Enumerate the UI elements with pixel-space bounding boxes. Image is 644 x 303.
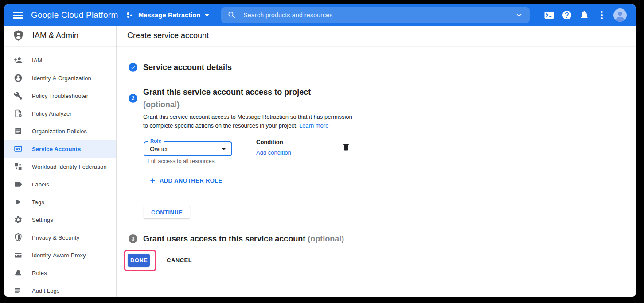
condition-label: Condition bbox=[256, 139, 283, 145]
sidebar-item-label: Privacy & Security bbox=[32, 234, 79, 241]
service-account-card-icon bbox=[14, 144, 23, 153]
tag-arrow-icon bbox=[14, 198, 23, 206]
sidebar-item-service-accounts[interactable]: Service Accounts bbox=[4, 140, 116, 158]
help-icon[interactable] bbox=[562, 10, 572, 20]
sidebar-item-iam[interactable]: IAM bbox=[4, 51, 116, 69]
sidebar-item-label: Policy Analyzer bbox=[32, 110, 72, 117]
sidebar-item-label: Roles bbox=[32, 270, 47, 276]
sidebar-item-label: Identity-Aware Proxy bbox=[32, 252, 86, 259]
list-lines-icon bbox=[14, 286, 23, 295]
tag-icon bbox=[14, 180, 23, 189]
product-header: IAM & Admin bbox=[4, 26, 117, 46]
cloud-shell-icon[interactable] bbox=[544, 10, 554, 20]
dropdown-caret-icon bbox=[222, 148, 226, 150]
page-title: Create service account bbox=[117, 26, 636, 46]
step-connector bbox=[133, 74, 133, 82]
hat-icon bbox=[14, 268, 23, 277]
notifications-bell-icon[interactable] bbox=[579, 10, 589, 20]
sidebar-item-tags[interactable]: Tags bbox=[4, 193, 116, 211]
check-icon bbox=[130, 65, 136, 70]
sidebar-item-label: Policy Troubleshooter bbox=[32, 93, 88, 99]
sidebar-item-policy-troubleshooter[interactable]: Policy Troubleshooter bbox=[4, 87, 116, 105]
sidebar-item-label: Service Accounts bbox=[32, 146, 81, 152]
topbar: Google Cloud Platform Message Retraction bbox=[4, 4, 636, 26]
step1-complete-icon bbox=[129, 63, 137, 72]
document-lines-icon bbox=[14, 127, 23, 136]
sidebar-item-label: Tags bbox=[32, 199, 44, 206]
step2-description: Grant this service account access to Mes… bbox=[143, 113, 357, 130]
sidebar-item-identity-organization[interactable]: Identity & Organization bbox=[4, 69, 116, 87]
sidebar-item-label: IAM bbox=[32, 57, 42, 64]
squares-grid-icon bbox=[14, 162, 23, 171]
sidebar-item-policy-analyzer[interactable]: Policy Analyzer bbox=[4, 105, 116, 122]
sidebar-item-organization-policies[interactable]: Organization Policies bbox=[4, 122, 116, 140]
sidebar-item-settings[interactable]: Settings bbox=[4, 211, 116, 229]
search-input[interactable] bbox=[242, 11, 515, 19]
hamburger-menu-icon[interactable] bbox=[13, 10, 23, 20]
browser-viewport: Google Cloud Platform Message Retraction bbox=[4, 4, 636, 297]
page-header: IAM & Admin Create service account bbox=[4, 26, 636, 46]
learn-more-link[interactable]: Learn more bbox=[299, 122, 328, 129]
step3-optional-label: (optional) bbox=[308, 234, 344, 243]
chevron-down-icon bbox=[205, 14, 209, 16]
person-add-icon bbox=[14, 56, 23, 65]
sidebar-item-labels[interactable]: Labels bbox=[4, 175, 116, 193]
shield-half-icon bbox=[14, 233, 23, 242]
app-title: IAM & Admin bbox=[32, 31, 78, 40]
delete-role-trash-icon[interactable] bbox=[342, 143, 351, 152]
sidebar-item-label: Settings bbox=[32, 217, 53, 223]
continue-button[interactable]: CONTINUE bbox=[144, 206, 190, 219]
iam-shield-icon bbox=[12, 30, 24, 42]
step2-title: Grant this service account access to pro… bbox=[143, 86, 311, 111]
sidebar-item-label: Labels bbox=[32, 181, 49, 188]
avatar-person-icon bbox=[613, 8, 627, 22]
create-service-account-form: Service account details 2 Grant this ser… bbox=[117, 46, 636, 297]
step2-number-badge: 2 bbox=[129, 94, 137, 103]
account-circle-icon bbox=[14, 74, 23, 82]
more-vert-icon[interactable] bbox=[597, 10, 607, 20]
add-another-role-button[interactable]: ADD ANOTHER ROLE bbox=[149, 177, 222, 184]
step3-title: Grant users access to this service accou… bbox=[143, 233, 344, 245]
document-gear-icon bbox=[14, 109, 23, 118]
search-bar[interactable] bbox=[221, 7, 530, 23]
sidebar-item-workload-identity-federation[interactable]: Workload Identity Federation bbox=[4, 158, 116, 175]
gcp-logo: Google Cloud Platform bbox=[31, 4, 118, 26]
step-connector bbox=[133, 110, 133, 226]
step1-title: Service account details bbox=[143, 61, 232, 74]
gear-icon bbox=[14, 215, 23, 224]
done-button[interactable]: DONE bbox=[128, 254, 150, 267]
sidebar-item-identity-aware-proxy[interactable]: Identity-Aware Proxy bbox=[4, 246, 116, 264]
search-icon bbox=[227, 11, 236, 19]
project-switcher-icon bbox=[125, 11, 134, 20]
sidebar-item-audit-logs[interactable]: Audit Logs bbox=[4, 282, 116, 297]
wrench-icon bbox=[14, 91, 23, 100]
sidebar-item-label: Workload Identity Federation bbox=[32, 163, 107, 170]
cancel-button[interactable]: CANCEL bbox=[164, 254, 195, 267]
avatar[interactable] bbox=[613, 8, 627, 22]
role-select-value: Owner bbox=[150, 142, 168, 155]
sidebar-nav: IAM Identity & Organization Policy Troub… bbox=[4, 46, 117, 297]
proxy-bars-icon bbox=[14, 251, 23, 260]
project-selector[interactable]: Message Retraction bbox=[125, 4, 209, 26]
search-chevron-down-icon[interactable] bbox=[515, 11, 523, 19]
role-select[interactable]: Role Owner bbox=[144, 141, 232, 156]
sidebar-item-label: Audit Logs bbox=[32, 287, 59, 294]
project-name: Message Retraction bbox=[138, 12, 201, 19]
sidebar-item-roles[interactable]: Roles bbox=[4, 264, 116, 282]
sidebar-item-label: Identity & Organization bbox=[32, 75, 91, 82]
sidebar-item-label: Organization Policies bbox=[32, 128, 87, 135]
step3-number-badge: 3 bbox=[129, 234, 137, 243]
add-condition-link[interactable]: Add condition bbox=[256, 149, 291, 156]
step2-optional-label: (optional) bbox=[143, 100, 180, 109]
plus-icon bbox=[149, 177, 156, 184]
sidebar-item-privacy-security[interactable]: Privacy & Security bbox=[4, 229, 116, 246]
role-helper-text: Full access to all resources. bbox=[148, 158, 216, 164]
